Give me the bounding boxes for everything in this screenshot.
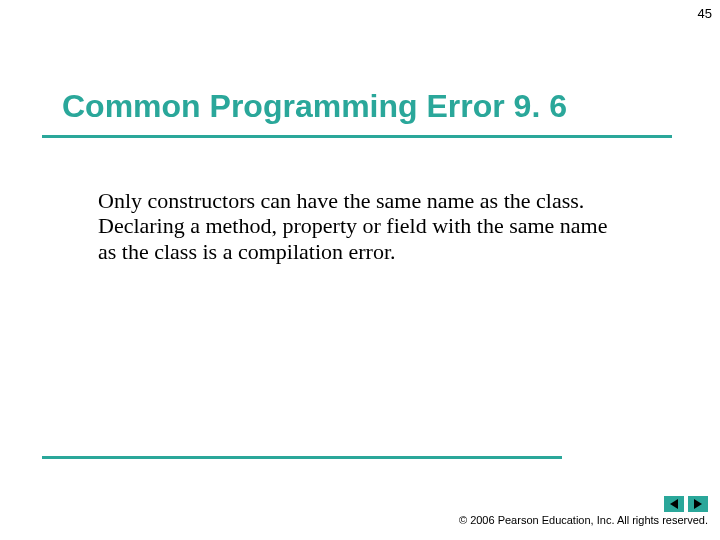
slide: 45 Common Programming Error 9. 6 Only co… [0, 0, 720, 540]
triangle-right-icon [694, 499, 702, 509]
next-button[interactable] [688, 496, 708, 512]
slide-title: Common Programming Error 9. 6 [62, 88, 567, 125]
prev-button[interactable] [664, 496, 684, 512]
body-text: Only constructors can have the same name… [98, 188, 618, 264]
title-underline [42, 135, 672, 138]
bottom-rule [42, 456, 562, 459]
copyright-text: © 2006 Pearson Education, Inc. All right… [459, 514, 708, 526]
triangle-left-icon [670, 499, 678, 509]
page-number: 45 [698, 6, 712, 21]
nav-controls [664, 496, 708, 512]
